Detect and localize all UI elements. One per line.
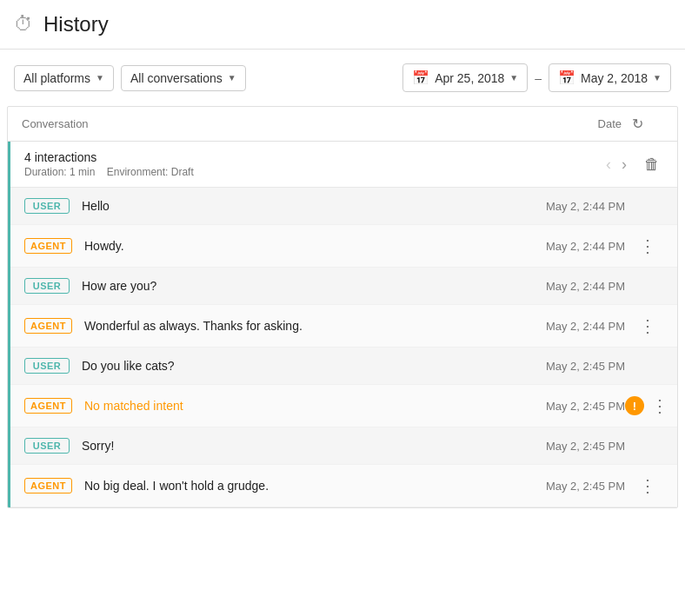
- role-badge: USER: [24, 278, 70, 294]
- role-badge: USER: [24, 198, 70, 214]
- more-options-btn[interactable]: ⋮: [637, 315, 658, 336]
- platform-dropdown-arrow: ▼: [96, 73, 104, 83]
- table-row: AGENT Wonderful as always. Thanks for as…: [10, 305, 677, 348]
- col-date-label: Date: [528, 117, 632, 130]
- message-text: No big deal. I won't hold a grudge.: [84, 479, 528, 493]
- message-actions: ⋮: [632, 235, 663, 256]
- message-date: May 2, 2:45 PM: [528, 400, 632, 413]
- next-btn[interactable]: ›: [618, 153, 630, 176]
- filter-bar: All platforms ▼ All conversations ▼ 📅 Ap…: [0, 50, 685, 106]
- conversation-label: All conversations: [130, 71, 223, 85]
- message-actions: ⋮: [632, 315, 663, 336]
- date-to-arrow: ▼: [653, 73, 662, 83]
- platform-label: All platforms: [23, 71, 90, 85]
- message-date: May 2, 2:44 PM: [528, 200, 632, 213]
- calendar-to-icon: 📅: [558, 70, 575, 86]
- date-to-btn[interactable]: 📅 May 2, 2018 ▼: [549, 63, 671, 92]
- message-text: Hello: [82, 199, 528, 213]
- message-actions: !⋮: [632, 395, 663, 416]
- group-info: 4 interactions Duration: 1 min Environme…: [24, 150, 602, 178]
- table-header: Conversation Date ↻: [8, 107, 677, 142]
- delete-group-btn[interactable]: 🗑: [641, 152, 663, 177]
- more-options-btn[interactable]: ⋮: [649, 395, 670, 416]
- more-options-btn[interactable]: ⋮: [637, 475, 658, 496]
- date-to-label: May 2, 2018: [581, 71, 648, 85]
- date-from-label: Apr 25, 2018: [435, 71, 504, 85]
- prev-btn[interactable]: ‹: [602, 153, 615, 176]
- more-options-btn[interactable]: ⋮: [637, 235, 658, 256]
- platform-dropdown[interactable]: All platforms ▼: [14, 65, 114, 91]
- group-nav: ‹ › 🗑: [602, 152, 663, 177]
- history-icon: ⏱: [14, 13, 33, 36]
- table-row: USER Hello May 2, 2:44 PM: [10, 188, 677, 225]
- group-meta: Duration: 1 min Environment: Draft: [24, 166, 602, 178]
- message-date: May 2, 2:45 PM: [528, 440, 632, 453]
- refresh-btn[interactable]: ↻: [632, 116, 663, 132]
- message-date: May 2, 2:44 PM: [528, 240, 632, 253]
- role-badge: AGENT: [24, 478, 72, 493]
- message-date: May 2, 2:44 PM: [528, 320, 632, 333]
- message-text: Howdy.: [84, 239, 528, 253]
- table-row: USER How are you? May 2, 2:44 PM: [10, 268, 677, 305]
- conversation-group: 4 interactions Duration: 1 min Environme…: [8, 142, 677, 507]
- warning-icon: !: [625, 396, 644, 415]
- message-actions-inner: !⋮: [625, 395, 670, 416]
- message-text: Sorry!: [82, 439, 528, 453]
- refresh-icon: ↻: [632, 116, 643, 131]
- date-from-btn[interactable]: 📅 Apr 25, 2018 ▼: [402, 63, 528, 92]
- message-date: May 2, 2:45 PM: [528, 360, 632, 373]
- conversations-table: Conversation Date ↻ 4 interactions Durat…: [7, 106, 678, 508]
- message-text: How are you?: [82, 279, 528, 293]
- message-actions-inner: ⋮: [637, 475, 658, 496]
- message-date: May 2, 2:44 PM: [528, 280, 632, 293]
- page-title: History: [43, 12, 109, 36]
- role-badge: AGENT: [24, 398, 72, 414]
- group-header: 4 interactions Duration: 1 min Environme…: [10, 142, 677, 188]
- date-separator: –: [535, 71, 542, 85]
- date-from-arrow: ▼: [509, 73, 518, 83]
- message-text: No matched intent: [84, 399, 528, 413]
- role-badge: USER: [24, 358, 70, 374]
- table-row: AGENT No big deal. I won't hold a grudge…: [10, 465, 677, 507]
- conversation-dropdown[interactable]: All conversations ▼: [121, 65, 246, 91]
- conversation-dropdown-arrow: ▼: [228, 73, 236, 83]
- messages-list: USER Hello May 2, 2:44 PM AGENT Howdy. M…: [10, 188, 677, 507]
- message-actions-inner: ⋮: [637, 315, 658, 336]
- message-text: Do you like cats?: [82, 359, 528, 373]
- message-date: May 2, 2:45 PM: [528, 480, 632, 493]
- calendar-from-icon: 📅: [412, 70, 429, 86]
- table-row: AGENT Howdy. May 2, 2:44 PM ⋮: [10, 225, 677, 268]
- role-badge: USER: [24, 438, 70, 454]
- group-title: 4 interactions: [24, 150, 602, 164]
- message-text: Wonderful as always. Thanks for asking.: [84, 319, 528, 333]
- group-duration: Duration: 1 min: [24, 166, 95, 178]
- col-conversation-label: Conversation: [22, 117, 528, 130]
- role-badge: AGENT: [24, 318, 72, 334]
- table-row: USER Do you like cats? May 2, 2:45 PM: [10, 348, 677, 385]
- message-actions-inner: ⋮: [637, 235, 658, 256]
- table-row: USER Sorry! May 2, 2:45 PM: [10, 427, 677, 465]
- group-environment: Environment: Draft: [107, 166, 194, 178]
- message-actions: ⋮: [632, 475, 663, 496]
- page-header: ⏱ History: [0, 0, 685, 50]
- table-row: AGENT No matched intent May 2, 2:45 PM !…: [10, 385, 677, 427]
- role-badge: AGENT: [24, 238, 72, 254]
- date-range: 📅 Apr 25, 2018 ▼ – 📅 May 2, 2018 ▼: [402, 63, 671, 92]
